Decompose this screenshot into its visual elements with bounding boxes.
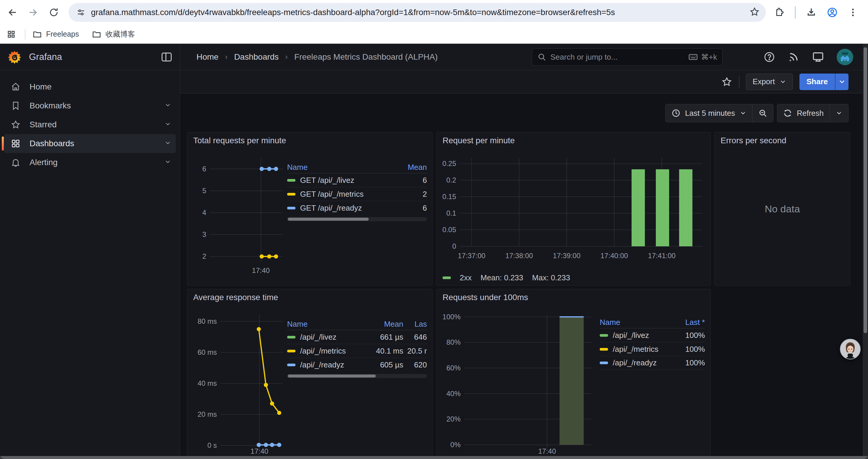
chevron-down-icon[interactable] [164,139,171,148]
apps-grid-icon[interactable] [3,26,20,42]
legend-scrollbar[interactable] [287,217,427,221]
share-menu-button[interactable] [835,73,848,90]
extensions-icon[interactable] [774,7,785,18]
legend-mean: Mean: 0.233 [480,273,523,282]
vertical-scrollbar[interactable] [863,44,868,456]
legend-series-name[interactable]: GET /api/_/readyz [287,203,400,213]
svg-text:5: 5 [203,187,206,195]
legend-value: 620 [403,360,427,369]
legend-series-name[interactable]: /api/_/metrics [600,345,673,354]
legend-series-name[interactable]: 2xx [460,273,471,282]
sidebar-collapse-icon[interactable] [162,53,172,61]
keyboard-icon [688,52,698,62]
forward-icon[interactable] [25,4,41,21]
assistant-avatar[interactable] [840,339,861,359]
legend-series-name[interactable]: /api/_/livez [600,331,673,340]
legend-col-name[interactable]: Name [287,320,365,329]
profile-icon[interactable] [827,7,838,18]
sidebar-item-bookmarks[interactable]: Bookmarks [4,96,176,115]
svg-text:17:37:00: 17:37:00 [458,252,486,260]
export-button[interactable]: Export [746,73,793,90]
legend-value: 661 µs [365,333,403,342]
svg-text:17:40: 17:40 [251,447,268,455]
legend-value: 100% [673,331,705,340]
time-controls: Last 5 minutes Refresh [665,104,848,122]
zoom-out-button[interactable] [752,104,773,122]
browser-actions [774,6,858,19]
monitor-icon[interactable] [812,51,824,63]
grafana-logo[interactable] [8,50,21,64]
legend-swatch [442,276,451,279]
legend-col-mean[interactable]: Mean [365,320,403,329]
legend-col-last[interactable]: Last * [673,318,705,327]
url-text[interactable]: grafana.mathmast.com/d/deytv4rwavabkb/fr… [91,8,749,17]
legend-value: 6 [400,176,427,185]
downloads-icon[interactable] [806,7,816,18]
bookmark-star-icon[interactable] [749,6,760,18]
legend-series-name[interactable]: GET /api/_/metrics [287,190,400,199]
bookmark-folder-blogs[interactable]: 收藏博客 [92,29,135,39]
legend-average-response-time: NameMeanLas/api/_/livez661 µs646/api/_/m… [287,306,428,456]
favorite-star-icon[interactable] [721,76,733,88]
search-input[interactable]: Search or jump to... ⌘+k [532,48,723,66]
grafana-wordmark: Grafana [29,52,162,62]
legend-col-name[interactable]: Name [287,163,400,172]
site-settings-icon[interactable] [76,8,86,17]
svg-text:2: 2 [203,252,206,260]
sidebar-item-alerting[interactable]: Alerting [4,153,176,172]
back-icon[interactable] [4,4,21,21]
legend-swatch [287,350,296,352]
vertical-scrollbar-thumb[interactable] [864,47,867,333]
panel-title[interactable]: Requests under 100ms [437,289,710,306]
panel-total-requests: Total requests per minute 6543217:40 Nam… [187,132,433,286]
horizontal-scrollbar[interactable] [0,456,868,459]
legend-series-name[interactable]: /api/_/metrics [287,347,365,356]
sidebar-item-dashboards[interactable]: Dashboards [4,134,176,153]
clock-icon [672,109,680,118]
chevron-down-icon[interactable] [164,120,171,129]
legend-swatch [287,207,296,209]
svg-text:17:39:00: 17:39:00 [553,252,580,260]
svg-text:3: 3 [203,230,206,238]
legend-series-name[interactable]: /api/_/readyz [287,360,365,369]
legend-row: GET /api/_/livez6 [287,173,427,187]
reload-icon[interactable] [45,4,62,21]
chevron-down-icon[interactable] [164,101,171,110]
sidebar-item-home[interactable]: Home [4,77,176,96]
legend-max: Max: 0.233 [532,273,570,282]
chevron-down-icon [838,78,845,85]
breadcrumb-dashboards[interactable]: Dashboards [234,52,279,62]
chevron-down-icon[interactable] [164,158,171,167]
legend-col-mean[interactable]: Mean [400,163,427,172]
breadcrumb-home[interactable]: Home [196,52,219,62]
legend-value: 2 [400,190,427,199]
panel-average-response-time: Average response time 80 ms60 ms40 ms20 … [187,289,433,456]
bookmark-folder-freeleaps[interactable]: Freeleaps [32,30,79,39]
time-range-group: Last 5 minutes [665,104,773,122]
time-range-picker[interactable]: Last 5 minutes [665,104,752,122]
panel-title[interactable]: Request per minute [437,132,710,149]
menu-kebab-icon[interactable] [848,7,858,18]
legend-value: 605 µs [365,360,403,369]
legend-swatch [600,334,608,337]
legend-series-name[interactable]: GET /api/_/livez [287,176,400,185]
legend-col-name[interactable]: Name [600,318,673,327]
legend-row: /api/_/readyz605 µs620 [287,358,427,371]
refresh-button[interactable]: Refresh [777,104,830,122]
legend-row: /api/_/metrics100% [600,342,705,356]
refresh-interval-button[interactable] [830,104,848,122]
legend-col-las[interactable]: Las [403,320,427,329]
svg-text:60 ms: 60 ms [198,348,217,356]
panel-title[interactable]: Total requests per minute [187,132,432,149]
legend-series-name[interactable]: /api/_/livez [287,333,365,342]
legend-series-name[interactable]: /api/_/readyz [600,358,673,367]
legend-scrollbar[interactable] [287,374,427,378]
panel-title[interactable]: Average response time [187,289,432,306]
help-icon[interactable] [764,51,775,63]
address-bar[interactable]: grafana.mathmast.com/d/deytv4rwavabkb/fr… [68,3,766,22]
user-avatar[interactable] [837,49,853,65]
sidebar-item-starred[interactable]: Starred [4,115,176,134]
news-rss-icon[interactable] [788,51,800,63]
share-button[interactable]: Share [800,73,835,90]
chart-requests-under-100ms: 100%80%60%40%20%0%17:40 [441,306,596,456]
